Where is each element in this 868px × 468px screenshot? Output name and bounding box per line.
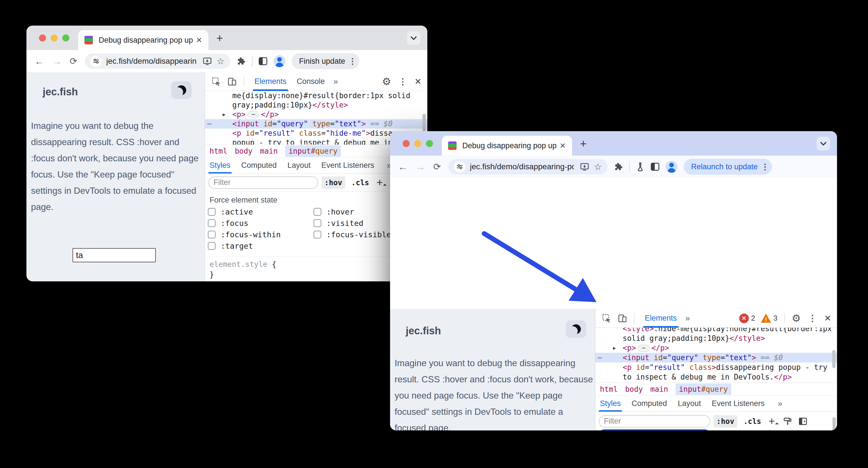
breadcrumb-main[interactable]: main	[260, 147, 278, 155]
tab-event-listeners[interactable]: Event Listeners	[712, 395, 765, 412]
dom-node[interactable]: gray;padding:10px}</style>	[205, 100, 427, 110]
checkbox[interactable]	[208, 231, 216, 238]
checkbox[interactable]	[208, 208, 216, 216]
side-panel-icon[interactable]	[259, 57, 267, 65]
install-icon[interactable]	[203, 57, 212, 65]
site-settings-icon[interactable]	[454, 161, 465, 172]
reload-button[interactable]: ⟳	[70, 56, 78, 66]
extensions-puzzle-icon[interactable]	[237, 57, 246, 66]
settings-gear-icon[interactable]: ⚙	[382, 76, 391, 88]
toggle-element-state-button[interactable]: :hov	[714, 415, 737, 428]
dom-node[interactable]: <p id="result" class>dissappearing popup…	[595, 362, 837, 372]
minimize-window-button[interactable]	[414, 140, 421, 147]
close-window-button[interactable]	[403, 140, 410, 147]
node-options-icon[interactable]: ⋯	[207, 119, 212, 128]
forward-button[interactable]: →	[416, 161, 425, 172]
devtools-close-icon[interactable]: ✕	[414, 77, 422, 87]
extensions-puzzle-icon[interactable]	[614, 162, 623, 171]
new-tab-button[interactable]: +	[216, 32, 223, 45]
toggle-sidebar-icon[interactable]	[799, 417, 807, 425]
styles-scrollbar[interactable]	[833, 417, 836, 431]
breadcrumb-html[interactable]: html	[210, 147, 227, 155]
update-chrome-button[interactable]: Relaunch to update ⋮	[684, 159, 772, 175]
more-tabs-icon[interactable]: »	[334, 77, 339, 86]
breadcrumb-selected[interactable]: input#query	[676, 383, 731, 395]
element-classes-button[interactable]: .cls	[741, 415, 764, 428]
bookmark-star-icon[interactable]: ☆	[594, 162, 602, 172]
state-target[interactable]: :target	[208, 241, 314, 251]
tab-search-button[interactable]	[816, 137, 830, 150]
zoom-window-button[interactable]	[62, 34, 69, 41]
elements-scrollbar[interactable]	[832, 350, 836, 368]
browser-menu-icon[interactable]: ⋮	[761, 162, 769, 172]
reload-button[interactable]: ⟳	[433, 161, 441, 172]
paint-roller-icon[interactable]	[783, 417, 792, 426]
browser-tab[interactable]: Debug disappearing pop up ✕	[442, 136, 572, 156]
toggle-element-state-button[interactable]: :hov	[321, 176, 345, 189]
tab-search-button[interactable]	[407, 31, 421, 45]
tab-computed[interactable]: Computed	[632, 395, 667, 412]
checkbox[interactable]	[314, 208, 321, 216]
state-focus-within[interactable]: :focus-within	[208, 230, 314, 239]
node-options-icon[interactable]: ⋯	[598, 353, 602, 362]
new-style-rule-button[interactable]: +	[376, 176, 383, 188]
close-window-button[interactable]	[39, 34, 46, 41]
tab-computed[interactable]: Computed	[241, 157, 277, 174]
browser-tab[interactable]: Debug disappearing pop up ✕	[78, 30, 208, 50]
breadcrumb-html[interactable]: html	[600, 385, 618, 393]
state-active[interactable]: :active	[208, 207, 314, 216]
more-tabs-icon[interactable]: »	[778, 399, 783, 408]
breadcrumb-body[interactable]: body	[235, 147, 253, 155]
dom-node[interactable]: <style>.hide-me{display:none}#result{bor…	[595, 328, 837, 333]
devtools-menu-icon[interactable]: ⋮	[808, 313, 817, 323]
dom-node-selected[interactable]: ⋯<input id="query" type="text"> == $0	[205, 119, 427, 128]
browser-menu-icon[interactable]: ⋮	[348, 57, 356, 66]
side-panel-icon[interactable]	[651, 163, 659, 171]
styles-filter-input[interactable]	[599, 415, 710, 428]
checkbox[interactable]	[314, 231, 321, 238]
devtools-tab-elements[interactable]: Elements	[254, 72, 287, 91]
dom-node-selected[interactable]: ⋯<input id="query" type="text"> == $0	[595, 353, 837, 362]
dom-node[interactable]: ▶<p>⋯</p>	[595, 343, 837, 353]
devtools-menu-icon[interactable]: ⋮	[399, 77, 407, 87]
forward-button[interactable]: →	[52, 56, 62, 67]
warning-badge-icon[interactable]: !	[761, 314, 771, 323]
site-settings-icon[interactable]	[90, 56, 102, 67]
settings-gear-icon[interactable]: ⚙	[792, 312, 801, 324]
checkbox[interactable]	[208, 242, 216, 250]
dom-node[interactable]: ▶<p>⋯</p>	[205, 110, 427, 119]
state-focus[interactable]: :focus	[208, 219, 314, 228]
inspect-element-icon[interactable]	[602, 314, 611, 323]
dom-node[interactable]: solid gray;padding:10px}</style>	[595, 333, 837, 343]
minimize-window-button[interactable]	[51, 34, 58, 41]
bookmark-star-icon[interactable]: ☆	[217, 56, 225, 66]
update-chrome-button[interactable]: Finish update ⋮	[292, 53, 360, 69]
tab-styles[interactable]: Styles	[600, 395, 621, 412]
tab-styles[interactable]: Styles	[210, 157, 230, 174]
dom-node[interactable]: to inspect & debug me in DevTools.</p>	[595, 372, 837, 382]
address-bar[interactable]: jec.fish/demo/disappearing-po... ☆	[448, 159, 608, 174]
profile-avatar[interactable]	[274, 55, 285, 67]
styles-filter-input[interactable]	[208, 176, 318, 189]
install-icon[interactable]	[580, 163, 589, 171]
checkbox[interactable]	[208, 220, 216, 227]
devtools-close-icon[interactable]: ✕	[824, 313, 831, 323]
tab-event-listeners[interactable]: Event Listeners	[321, 157, 374, 174]
back-button[interactable]: ←	[398, 161, 408, 172]
breadcrumb-main[interactable]: main	[650, 385, 668, 393]
back-button[interactable]: ←	[34, 56, 44, 67]
devtools-tab-console[interactable]: Console	[297, 72, 325, 91]
address-bar[interactable]: jec.fish/demo/disappearing-po... ☆	[85, 54, 230, 69]
dark-mode-button[interactable]	[566, 320, 586, 338]
inspect-element-icon[interactable]	[212, 77, 221, 86]
error-badge-icon[interactable]: ✕	[739, 314, 749, 323]
breadcrumb-body[interactable]: body	[625, 385, 643, 393]
tab-close-icon[interactable]: ✕	[560, 141, 566, 150]
tab-layout[interactable]: Layout	[287, 157, 310, 174]
dark-mode-button[interactable]	[171, 81, 192, 99]
devtools-tab-elements[interactable]: Elements	[645, 309, 677, 328]
elements-scrollbar[interactable]	[423, 114, 426, 131]
tab-close-icon[interactable]: ✕	[196, 36, 202, 45]
zoom-window-button[interactable]	[426, 140, 433, 147]
element-classes-button[interactable]: .cls	[348, 176, 372, 189]
